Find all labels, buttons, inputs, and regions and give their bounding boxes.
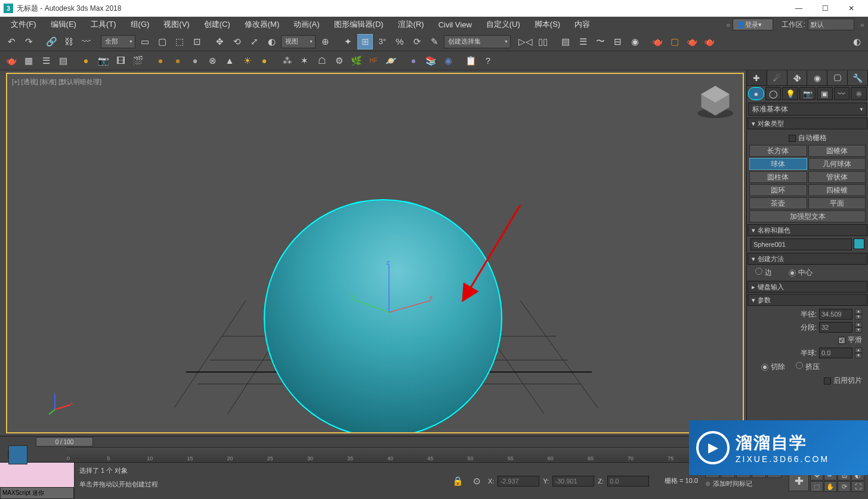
link-button[interactable]: 🔗 xyxy=(44,34,59,49)
sphere1-icon[interactable]: ● xyxy=(153,53,168,69)
cameras-category[interactable]: 📷 xyxy=(799,87,816,100)
scene-explorer-icon[interactable]: ▦ xyxy=(21,53,36,69)
menu-7[interactable]: 动画(A) xyxy=(286,17,326,32)
primitive-几何球体[interactable]: 几何球体 xyxy=(808,158,866,170)
segments-spinner[interactable]: 32 xyxy=(819,322,852,333)
isolate-icon[interactable]: ⊙ xyxy=(469,473,484,489)
particle1-icon[interactable]: ⁂ xyxy=(279,53,295,69)
shapes-category[interactable]: ◯ xyxy=(765,87,781,100)
material-editor-button[interactable]: ◉ xyxy=(627,34,642,49)
spacewarps-category[interactable]: 〰 xyxy=(834,87,850,100)
edit-selection-button[interactable]: ✎ xyxy=(427,34,442,49)
menu-3[interactable]: 组(G) xyxy=(123,17,157,32)
create-tab[interactable]: ✚ xyxy=(747,70,767,85)
maxscript-input[interactable]: MAXScript 迷你 xyxy=(0,487,74,499)
helpers-category[interactable]: ▣ xyxy=(817,87,833,100)
primitive-球体[interactable]: 球体 xyxy=(749,158,807,170)
schematic-view-button[interactable]: ⊟ xyxy=(610,34,625,49)
object-name-input[interactable] xyxy=(750,238,852,250)
menu-6[interactable]: 修改器(M) xyxy=(237,17,287,32)
primitive-茶壶[interactable]: 茶壶 xyxy=(749,197,807,209)
menu-4[interactable]: 视图(V) xyxy=(156,17,196,32)
toggle-ribbon-button[interactable]: ☰ xyxy=(575,34,591,49)
keyboard-entry-rollout[interactable]: ▸ 键盘输入 xyxy=(747,281,867,293)
minimize-button[interactable]: — xyxy=(786,0,812,17)
modify-tab[interactable]: ☄ xyxy=(767,70,787,85)
cone-icon[interactable]: ▲ xyxy=(222,53,237,69)
sphere3-icon[interactable]: ● xyxy=(187,53,203,69)
hf-icon[interactable]: HF xyxy=(366,53,381,69)
clipboard-icon[interactable]: 📋 xyxy=(463,53,478,69)
geometry-category[interactable]: ● xyxy=(748,87,764,100)
menu-1[interactable]: 编辑(E) xyxy=(44,17,84,32)
spinner-snap-button[interactable]: ⟳ xyxy=(409,34,425,49)
x-coord[interactable]: -2.937 xyxy=(498,476,539,486)
nav-region-button[interactable]: ⬚ xyxy=(810,481,823,492)
grass-icon[interactable]: 🌿 xyxy=(348,53,364,69)
maximize-button[interactable]: ☐ xyxy=(812,0,838,17)
menu-0[interactable]: 文件(F) xyxy=(4,17,44,32)
light-omni-icon[interactable]: ● xyxy=(78,53,94,69)
snap-toggle-button[interactable]: ⊞ xyxy=(357,34,373,49)
sphere4-icon[interactable]: ● xyxy=(257,53,272,69)
menu-2[interactable]: 工具(T) xyxy=(84,17,123,32)
select-manipulate-button[interactable]: ✦ xyxy=(340,34,356,49)
use-pivot-button[interactable]: ⊕ xyxy=(317,34,333,49)
particle2-icon[interactable]: ✶ xyxy=(296,53,312,69)
maxscript-output[interactable] xyxy=(0,463,74,487)
chop-radio[interactable]: 切除 xyxy=(761,362,785,372)
lock-selection-icon[interactable]: 🔒 xyxy=(450,473,465,489)
squash-radio[interactable]: 挤压 xyxy=(796,362,820,372)
camera-icon[interactable]: 📷 xyxy=(95,53,111,69)
unlink-button[interactable]: ⛓ xyxy=(61,34,76,49)
smooth-checkbox[interactable] xyxy=(838,337,845,344)
center-radio[interactable]: 中心 xyxy=(789,268,813,278)
sun-icon[interactable]: ☀ xyxy=(239,53,255,69)
mirror-button[interactable]: ▷◁ xyxy=(518,34,533,49)
primitive-圆环[interactable]: 圆环 xyxy=(749,184,807,196)
transform-gizmo[interactable]: z x y xyxy=(347,259,443,342)
angle-snap-button[interactable]: 3° xyxy=(375,34,390,49)
select-name-button[interactable]: ▢ xyxy=(155,34,170,49)
mat-lib-icon[interactable]: 📚 xyxy=(423,53,438,69)
primitive-长方体[interactable]: 长方体 xyxy=(749,145,807,157)
menu-12[interactable]: 脚本(S) xyxy=(527,17,567,32)
gear-icon[interactable]: ⚙ xyxy=(331,53,347,69)
edge-radio[interactable]: 边 xyxy=(755,268,772,278)
nav-orbit-button[interactable]: ⟳ xyxy=(838,481,851,492)
primitive-圆柱体[interactable]: 圆柱体 xyxy=(749,171,807,183)
selection-filter-dropdown[interactable]: 全部 xyxy=(101,35,135,48)
object-color-swatch[interactable] xyxy=(854,238,864,249)
nav-pan2-button[interactable]: ✋ xyxy=(824,481,837,492)
motion-tab[interactable]: ◉ xyxy=(807,70,827,85)
menu-13[interactable]: 内容 xyxy=(567,17,597,32)
utilities-tab[interactable]: 🔧 xyxy=(848,70,868,85)
render-production-button[interactable]: 🫖 xyxy=(684,34,700,49)
primitive-管状体[interactable]: 管状体 xyxy=(808,171,866,183)
percent-snap-button[interactable]: % xyxy=(392,34,407,49)
rendered-frame-button[interactable]: ▢ xyxy=(667,34,682,49)
select-region-rect-button[interactable]: ⬚ xyxy=(172,34,187,49)
list-icon[interactable]: ☰ xyxy=(38,53,54,69)
primitive-平面[interactable]: 平面 xyxy=(808,197,866,209)
primitive-四棱锥[interactable]: 四棱锥 xyxy=(808,184,866,196)
film-icon[interactable]: 🎞 xyxy=(113,53,128,69)
category-dropdown[interactable]: 标准基本体 xyxy=(748,103,867,116)
overflow-button[interactable]: ◐ xyxy=(849,34,864,49)
login-dropdown[interactable]: 👤 登录 ▾ xyxy=(733,18,773,30)
planet-icon[interactable]: 🪐 xyxy=(383,53,399,69)
creation-method-rollout[interactable]: ▾ 创建方法 xyxy=(747,253,867,265)
display-tab[interactable]: 🖵 xyxy=(827,70,848,85)
select-object-button[interactable]: ▭ xyxy=(137,34,153,49)
named-selection-dropdown[interactable]: 创建选择集 xyxy=(444,35,511,48)
help-icon[interactable]: ? xyxy=(480,53,496,69)
redo-button[interactable]: ↷ xyxy=(21,34,36,49)
lights-category[interactable]: 💡 xyxy=(782,87,798,100)
placement-button[interactable]: ◐ xyxy=(264,34,279,49)
sphere2-icon[interactable]: ● xyxy=(170,53,186,69)
rig-icon[interactable]: ☖ xyxy=(314,53,329,69)
view-cube[interactable] xyxy=(695,80,736,120)
autogrid-checkbox[interactable] xyxy=(789,135,796,142)
menu-8[interactable]: 图形编辑器(D) xyxy=(327,17,391,32)
window-crossing-button[interactable]: ⊡ xyxy=(189,34,205,49)
